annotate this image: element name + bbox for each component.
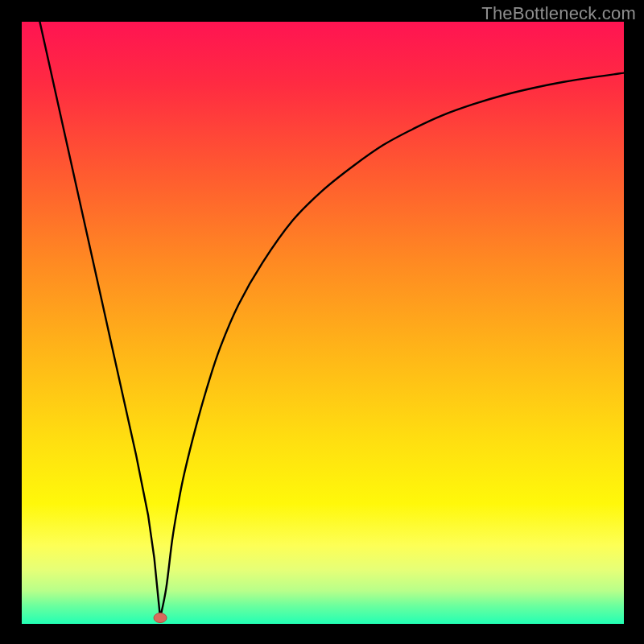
chart-frame: TheBottleneck.com <box>0 0 644 644</box>
chart-svg <box>22 22 624 624</box>
optimal-point-marker <box>154 613 167 623</box>
watermark-text: TheBottleneck.com <box>481 3 636 24</box>
chart-plot-area <box>22 22 624 624</box>
gradient-bg <box>22 22 624 624</box>
